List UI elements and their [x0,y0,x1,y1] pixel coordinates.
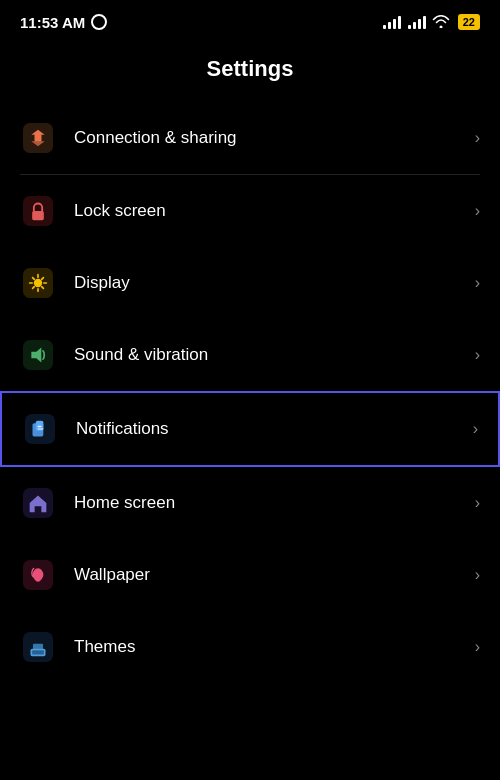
wallpaper-chevron-icon: › [475,566,480,584]
wifi-icon [432,14,450,31]
svg-rect-4 [32,211,44,220]
settings-item-sound[interactable]: Sound & vibration › [0,319,500,391]
homescreen-chevron-icon: › [475,494,480,512]
homescreen-icon [20,485,56,521]
display-label: Display [74,273,475,293]
status-right: 22 [383,14,480,31]
battery-indicator: 22 [458,14,480,30]
time-display: 11:53 AM [20,14,85,31]
lockscreen-chevron-icon: › [475,202,480,220]
settings-list: Connection & sharing › Lock screen › [0,102,500,683]
themes-icon [20,629,56,665]
status-bar: 11:53 AM 22 [0,0,500,40]
connection-icon [20,120,56,156]
display-chevron-icon: › [475,274,480,292]
themes-chevron-icon: › [475,638,480,656]
notifications-label: Notifications [76,419,473,439]
notifications-chevron-icon: › [473,420,478,438]
signal-strength-icon [383,15,401,29]
themes-label: Themes [74,637,475,657]
settings-item-lockscreen[interactable]: Lock screen › [0,175,500,247]
status-left: 11:53 AM [20,14,107,31]
svg-point-6 [34,279,42,287]
sound-label: Sound & vibration [74,345,475,365]
connection-label: Connection & sharing [74,128,475,148]
settings-item-homescreen[interactable]: Home screen › [0,467,500,539]
sound-icon [20,337,56,373]
display-icon [20,265,56,301]
lock-icon [20,193,56,229]
connection-chevron-icon: › [475,129,480,147]
svg-rect-27 [33,644,43,651]
notifications-icon [22,411,58,447]
homescreen-label: Home screen [74,493,475,513]
battery-level: 22 [463,16,475,28]
settings-item-themes[interactable]: Themes › [0,611,500,683]
settings-item-notifications[interactable]: Notifications › [0,391,500,467]
lockscreen-label: Lock screen [74,201,475,221]
wallpaper-icon [20,557,56,593]
signal-strength-2-icon [408,15,426,29]
sound-chevron-icon: › [475,346,480,364]
svg-rect-26 [32,650,44,654]
settings-item-connection[interactable]: Connection & sharing › [0,102,500,174]
svg-rect-20 [38,426,42,428]
page-title: Settings [0,40,500,102]
settings-item-wallpaper[interactable]: Wallpaper › [0,539,500,611]
settings-item-display[interactable]: Display › [0,247,500,319]
svg-rect-21 [38,428,44,430]
wallpaper-label: Wallpaper [74,565,475,585]
status-indicator-icon [91,14,107,30]
